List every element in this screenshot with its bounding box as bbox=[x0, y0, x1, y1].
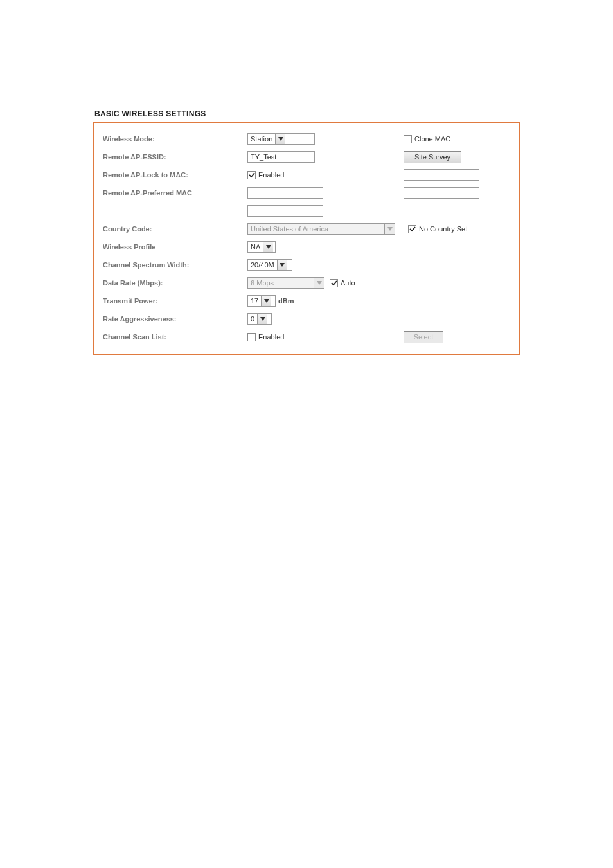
profile-value: NA bbox=[248, 243, 263, 251]
settings-panel: Wireless Mode: Station Clone MAC Remote … bbox=[93, 122, 520, 355]
label-remote-essid: Remote AP-ESSID: bbox=[103, 153, 247, 161]
row-profile: Wireless Profile NA bbox=[103, 239, 510, 255]
label-aggr: Rate Aggressiveness: bbox=[103, 315, 247, 323]
lock-mac-enabled-checkbox[interactable] bbox=[247, 171, 256, 179]
row-scan-list: Channel Scan List: Enabled Select bbox=[103, 329, 510, 345]
chevron-down-icon bbox=[261, 296, 271, 306]
wireless-mode-value: Station bbox=[248, 135, 275, 143]
row-lock-mac: Remote AP-Lock to MAC: Enabled bbox=[103, 167, 510, 183]
no-country-label: No Country Set bbox=[419, 225, 467, 233]
preferred-mac-input-1[interactable] bbox=[247, 187, 323, 199]
preferred-mac-input-3[interactable] bbox=[247, 205, 323, 217]
data-rate-auto-checkbox[interactable] bbox=[330, 279, 338, 287]
lock-mac-enabled-label: Enabled bbox=[258, 171, 284, 179]
row-data-rate: Data Rate (Mbps): 6 Mbps Auto bbox=[103, 275, 510, 291]
section-title: BASIC WIRELESS SETTINGS bbox=[94, 109, 520, 118]
row-spectrum: Channel Spectrum Width: 20/40M bbox=[103, 257, 510, 273]
country-select: United States of America bbox=[247, 223, 395, 235]
preferred-mac-input-2[interactable] bbox=[404, 187, 479, 199]
row-aggr: Rate Aggressiveness: 0 bbox=[103, 311, 510, 327]
remote-essid-input[interactable] bbox=[247, 151, 315, 163]
no-country-checkbox[interactable] bbox=[408, 225, 416, 233]
label-preferred-mac: Remote AP-Preferred MAC bbox=[103, 189, 247, 197]
label-wireless-mode: Wireless Mode: bbox=[103, 135, 247, 143]
label-spectrum: Channel Spectrum Width: bbox=[103, 261, 247, 269]
data-rate-select: 6 Mbps bbox=[247, 277, 324, 289]
row-remote-essid: Remote AP-ESSID: Site Survey bbox=[103, 149, 510, 165]
label-country: Country Code: bbox=[103, 225, 247, 233]
row-tx-power: Transmit Power: 17 dBm bbox=[103, 293, 510, 309]
row-wireless-mode: Wireless Mode: Station Clone MAC bbox=[103, 131, 510, 147]
clone-mac-label: Clone MAC bbox=[414, 135, 450, 143]
chevron-down-icon bbox=[257, 314, 267, 324]
aggr-value: 0 bbox=[248, 315, 257, 323]
scan-list-enabled-label: Enabled bbox=[258, 333, 284, 341]
clone-mac-checkbox[interactable] bbox=[404, 135, 412, 143]
wireless-mode-select[interactable]: Station bbox=[247, 133, 315, 145]
profile-select[interactable]: NA bbox=[247, 241, 276, 253]
chevron-down-icon bbox=[275, 134, 285, 144]
spectrum-value: 20/40M bbox=[248, 261, 277, 269]
label-data-rate: Data Rate (Mbps): bbox=[103, 279, 247, 287]
chevron-down-icon bbox=[277, 260, 287, 270]
lock-mac-input[interactable] bbox=[404, 169, 479, 181]
chevron-down-icon bbox=[314, 278, 324, 288]
row-country: Country Code: United States of America N… bbox=[103, 221, 510, 237]
aggr-select[interactable]: 0 bbox=[247, 313, 272, 325]
data-rate-auto-label: Auto bbox=[341, 279, 355, 287]
country-value: United States of America bbox=[248, 225, 384, 233]
chevron-down-icon bbox=[384, 224, 395, 234]
site-survey-button[interactable]: Site Survey bbox=[404, 151, 461, 163]
label-scan-list: Channel Scan List: bbox=[103, 333, 247, 341]
tx-power-value: 17 bbox=[248, 297, 261, 305]
scan-list-enabled-checkbox[interactable] bbox=[247, 333, 256, 341]
row-preferred-mac-2 bbox=[103, 203, 510, 219]
label-tx-power: Transmit Power: bbox=[103, 297, 247, 305]
data-rate-value: 6 Mbps bbox=[248, 279, 314, 287]
chevron-down-icon bbox=[263, 242, 273, 252]
row-preferred-mac-1: Remote AP-Preferred MAC bbox=[103, 185, 510, 201]
label-lock-mac: Remote AP-Lock to MAC: bbox=[103, 171, 247, 179]
tx-power-select[interactable]: 17 bbox=[247, 295, 276, 307]
label-profile: Wireless Profile bbox=[103, 243, 247, 251]
spectrum-select[interactable]: 20/40M bbox=[247, 259, 292, 271]
scan-list-select-button: Select bbox=[404, 331, 443, 343]
tx-power-unit: dBm bbox=[278, 297, 294, 305]
